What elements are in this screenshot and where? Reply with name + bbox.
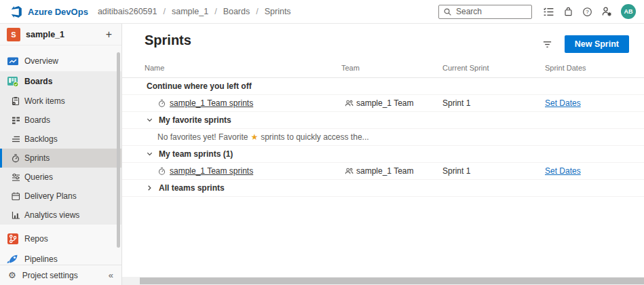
collapse-sidebar-icon[interactable]: « — [109, 270, 113, 280]
sidebar-item-label: Sprints — [24, 153, 50, 163]
search-box[interactable] — [438, 5, 532, 19]
boards-group: Boards Work items — [0, 71, 121, 225]
chevron-down-icon — [146, 117, 153, 124]
repos-icon — [7, 233, 19, 245]
task-list-icon[interactable] — [543, 6, 554, 18]
sidebar-item-label: Pipelines — [24, 254, 58, 264]
project-avatar: S — [7, 28, 20, 41]
breadcrumb-separator: / — [256, 7, 258, 16]
sidebar-item-label: Boards — [24, 77, 52, 86]
sprint-link[interactable]: sample_1 Team sprints — [170, 166, 253, 176]
sidebar-item-label: Boards — [24, 115, 50, 125]
column-name: Name — [145, 64, 164, 72]
message-text: sprints to quickly access the... — [261, 132, 368, 142]
sidebar-item-sprints[interactable]: Sprints — [0, 149, 121, 168]
breadcrumb: aditibais260591 / sample_1 / Boards / Sp… — [98, 7, 291, 16]
sidebar-item-label: Delivery Plans — [24, 191, 77, 201]
queries-icon — [11, 172, 20, 182]
sprint-row: sample_1 Team sprints sample_1 Team Spri… — [122, 163, 644, 180]
marketplace-bag-icon[interactable] — [563, 7, 573, 17]
sprint-icon — [157, 167, 166, 176]
section-label: Continue where you left off — [147, 81, 252, 91]
column-current-sprint: Current Sprint — [442, 64, 489, 72]
filter-icon[interactable] — [542, 39, 552, 50]
sidebar-item-label: Analytics views — [24, 210, 79, 220]
set-dates-link[interactable]: Set Dates — [545, 98, 581, 108]
breadcrumb-separator: / — [214, 7, 216, 16]
section-label: My favorite sprints — [159, 115, 231, 125]
sidebar-item-boards-hub[interactable]: Boards — [0, 71, 121, 92]
star-icon: ★ — [250, 132, 258, 142]
chevron-down-icon — [146, 151, 153, 158]
team-icon — [345, 99, 354, 108]
set-dates-link[interactable]: Set Dates — [545, 166, 581, 176]
kanban-board-icon — [11, 115, 20, 125]
team-name: sample_1 Team — [356, 166, 414, 176]
section-row-all-teams[interactable]: All teams sprints — [122, 180, 644, 197]
section-label: All teams sprints — [159, 183, 225, 193]
add-project-icon[interactable]: + — [103, 29, 115, 40]
no-favorites-message: No favorites yet! Favorite ★ sprints to … — [122, 129, 644, 146]
breadcrumb-separator: / — [163, 7, 165, 16]
sidebar-item-backlogs[interactable]: Backlogs — [0, 130, 121, 149]
sidebar-item-work-items[interactable]: Work items — [0, 92, 121, 111]
horizontal-scrollbar[interactable] — [122, 277, 644, 285]
breadcrumb-project[interactable]: sample_1 — [172, 7, 208, 16]
main-content: Sprints New Sprint Name Team Current Spr… — [122, 24, 644, 285]
team-name: sample_1 Team — [356, 98, 414, 108]
analytics-views-icon — [11, 210, 20, 220]
breadcrumb-sprints[interactable]: Sprints — [265, 7, 291, 16]
work-items-icon — [11, 96, 20, 106]
help-icon[interactable]: ? — [582, 7, 592, 17]
message-text: No favorites yet! Favorite — [157, 132, 248, 142]
section-label: My team sprints (1) — [159, 149, 233, 159]
project-switcher[interactable]: S sample_1 + — [0, 24, 121, 45]
horizontal-scrollbar-thumb[interactable] — [140, 278, 644, 284]
team-icon — [345, 167, 354, 176]
page-header: Sprints New Sprint — [122, 24, 644, 62]
page-actions: New Sprint — [542, 35, 629, 53]
boards-icon — [7, 75, 19, 88]
section-row-team-sprints[interactable]: My team sprints (1) — [122, 146, 644, 163]
section-row-favorites[interactable]: My favorite sprints — [122, 112, 644, 129]
gear-icon: ⚙ — [8, 271, 16, 280]
column-team: Team — [341, 64, 360, 72]
sidebar-item-label: Overview — [24, 56, 58, 66]
search-icon — [443, 7, 452, 16]
avatar[interactable]: AB — [621, 4, 636, 19]
pipelines-icon — [7, 253, 19, 265]
table-header: Name Team Current Sprint Sprint Dates — [122, 62, 644, 78]
sprint-icon — [157, 99, 166, 108]
brand-title[interactable]: Azure DevOps — [28, 7, 88, 17]
sidebar-item-boards[interactable]: Boards — [0, 111, 121, 130]
delivery-plans-icon — [11, 191, 20, 201]
sidebar-item-overview[interactable]: Overview — [0, 51, 121, 71]
sprint-link[interactable]: sample_1 Team sprints — [170, 98, 253, 108]
overview-icon — [7, 55, 19, 67]
top-bar: Azure DevOps aditibais260591 / sample_1 … — [0, 0, 644, 24]
breadcrumb-organization[interactable]: aditibais260591 — [98, 7, 157, 16]
sidebar-item-label: Queries — [24, 172, 53, 182]
backlogs-icon — [11, 134, 20, 144]
user-settings-icon[interactable] — [601, 6, 612, 17]
page-title: Sprints — [145, 33, 191, 48]
current-sprint-value: Sprint 1 — [442, 98, 470, 108]
breadcrumb-boards[interactable]: Boards — [223, 7, 250, 16]
sidebar-item-delivery-plans[interactable]: Delivery Plans — [0, 187, 121, 206]
sidebar: S sample_1 + Overview — [0, 24, 122, 285]
sidebar-item-label: Repos — [24, 234, 48, 244]
current-sprint-value: Sprint 1 — [442, 166, 470, 176]
sidebar-item-repos[interactable]: Repos — [0, 229, 121, 249]
sidebar-item-queries[interactable]: Queries — [0, 168, 121, 187]
sidebar-item-label: Work items — [24, 96, 65, 106]
sidebar-item-analytics-views[interactable]: Analytics views — [0, 206, 121, 225]
azure-devops-logo[interactable] — [10, 5, 22, 18]
chevron-right-icon — [146, 185, 153, 192]
new-sprint-button[interactable]: New Sprint — [565, 35, 629, 53]
project-settings-button[interactable]: ⚙ Project settings « — [0, 265, 121, 285]
sidebar-scrollbar[interactable] — [117, 52, 120, 248]
sprint-row: sample_1 Team sprints sample_1 Team Spri… — [122, 95, 644, 112]
search-input[interactable] — [456, 7, 527, 16]
sidebar-item-label: Backlogs — [24, 134, 58, 144]
svg-text:?: ? — [586, 9, 589, 15]
